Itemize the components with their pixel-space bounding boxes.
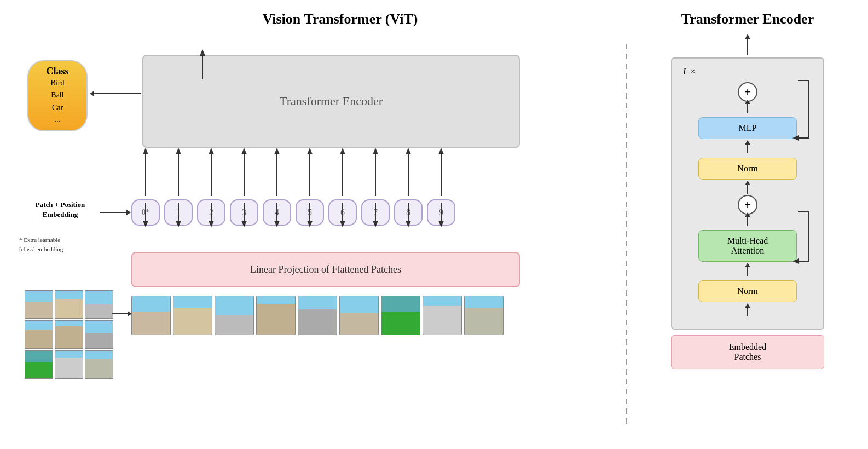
te-arrow-mlp-to-plus bbox=[747, 103, 748, 113]
patch-embed-label: Patch + PositionEmbedding bbox=[25, 200, 96, 220]
main-container: Vision Transformer (ViT) Class BirdBallC… bbox=[0, 0, 868, 449]
svg-marker-1 bbox=[143, 148, 148, 154]
arrow-patch-to-tokens bbox=[100, 212, 128, 213]
svg-marker-11 bbox=[307, 148, 313, 154]
te-title: Transformer Encoder bbox=[644, 11, 852, 27]
token-7: 7 bbox=[361, 199, 390, 226]
te-arrow-input-to-norm2 bbox=[747, 307, 748, 316]
te-diagram: L × bbox=[671, 57, 824, 369]
output-arrow-up bbox=[747, 38, 748, 55]
arrow-orig-to-patches bbox=[112, 313, 129, 314]
top-plus-circle: + bbox=[738, 82, 757, 102]
orig-patch-8 bbox=[55, 350, 83, 379]
orig-patch-5 bbox=[55, 320, 83, 349]
te-mlp-box: MLP bbox=[698, 117, 797, 139]
orig-patch-1 bbox=[25, 290, 53, 319]
token-6: 6 bbox=[328, 199, 357, 226]
token-3: 3 bbox=[230, 199, 258, 226]
class-output-box: Class BirdBallCar... bbox=[27, 60, 88, 131]
svg-marker-5 bbox=[209, 148, 214, 154]
orig-patch-3 bbox=[85, 290, 113, 319]
output-arrow-container bbox=[644, 38, 852, 55]
te-stack: + MLP Norm bbox=[683, 82, 812, 318]
te-norm1-label: Norm bbox=[737, 164, 757, 173]
img-patch-1 bbox=[131, 296, 171, 335]
te-norm1-box: Norm bbox=[698, 158, 797, 180]
token-8: 8 bbox=[394, 199, 423, 226]
te-arrow-attn-up bbox=[747, 216, 748, 226]
svg-marker-3 bbox=[176, 148, 181, 154]
te-attention-label: Multi-HeadAttention bbox=[727, 236, 768, 255]
te-arrow-norm2-to-attn bbox=[747, 266, 748, 276]
te-arrow-plus2-up bbox=[747, 184, 748, 194]
image-patches-row bbox=[131, 296, 504, 335]
te-attention-box: Multi-HeadAttention bbox=[698, 230, 797, 262]
orig-patch-6 bbox=[85, 320, 113, 349]
token-4: 4 bbox=[263, 199, 291, 226]
te-mlp-label: MLP bbox=[739, 123, 757, 133]
te-norm2-box: Norm bbox=[698, 280, 797, 302]
token-0: 0* bbox=[131, 199, 160, 226]
mid-plus-circle: + bbox=[738, 195, 757, 215]
img-patch-7 bbox=[381, 296, 420, 335]
svg-marker-7 bbox=[241, 148, 247, 154]
te-norm2-label: Norm bbox=[737, 286, 757, 296]
mid-plus-symbol: + bbox=[744, 199, 750, 211]
te-arrow-norm2-up bbox=[747, 266, 748, 276]
patch-embed-sublabel: * Extra learnable[class] embedding bbox=[19, 235, 104, 254]
img-patch-6 bbox=[339, 296, 379, 335]
te-arrow-mlp-up bbox=[747, 103, 748, 113]
te-arrow-attn-to-plus bbox=[747, 216, 748, 226]
te-outer-box: L × bbox=[671, 57, 824, 330]
vit-title: Vision Transformer (ViT) bbox=[60, 11, 620, 27]
img-patch-9 bbox=[464, 296, 504, 335]
orig-patch-4 bbox=[25, 320, 53, 349]
embedded-patches-label: EmbeddedPatches bbox=[729, 342, 766, 361]
linear-proj-box: Linear Projection of Flattened Patches bbox=[131, 252, 520, 287]
te-arrow-plus2-to-norm1 bbox=[747, 184, 748, 194]
transformer-encoder-main-label: Transformer Encoder bbox=[280, 94, 383, 108]
token-2: 2 bbox=[197, 199, 225, 226]
vit-section: Vision Transformer (ViT) Class BirdBallC… bbox=[16, 11, 620, 422]
tokens-row: 0* 1 2 3 4 5 6 7 8 9 bbox=[131, 199, 455, 226]
token-5: 5 bbox=[296, 199, 324, 226]
linear-proj-label: Linear Projection of Flattened Patches bbox=[250, 264, 401, 275]
img-patch-5 bbox=[298, 296, 337, 335]
svg-marker-19 bbox=[438, 148, 444, 154]
top-plus-symbol: + bbox=[744, 86, 750, 99]
svg-marker-13 bbox=[340, 148, 345, 154]
orig-patch-7 bbox=[25, 350, 53, 379]
vit-diagram: Class BirdBallCar... MLPHead Transformer… bbox=[16, 38, 620, 422]
token-9: 9 bbox=[427, 199, 455, 226]
img-patch-3 bbox=[215, 296, 254, 335]
arrow-mlp-to-class bbox=[93, 93, 141, 94]
img-patch-8 bbox=[423, 296, 462, 335]
class-label: Class bbox=[46, 66, 68, 77]
te-arrow-norm1-to-mlp bbox=[747, 143, 748, 153]
embedded-patches-box: EmbeddedPatches bbox=[671, 335, 824, 369]
token-1: 1 bbox=[164, 199, 193, 226]
orig-patch-2 bbox=[55, 290, 83, 319]
img-patch-4 bbox=[256, 296, 296, 335]
te-arrow-input-up bbox=[747, 307, 748, 316]
orig-patch-9 bbox=[85, 350, 113, 379]
lx-label: L × bbox=[683, 67, 812, 77]
svg-marker-9 bbox=[274, 148, 280, 154]
patch-embed-strong: Patch + PositionEmbedding bbox=[36, 200, 85, 218]
svg-marker-15 bbox=[373, 148, 378, 154]
class-items: BirdBallCar... bbox=[51, 77, 65, 126]
te-arrow-norm1-up bbox=[747, 143, 748, 153]
transformer-encoder-section: Transformer Encoder L × bbox=[633, 11, 852, 369]
transformer-encoder-main-box: Transformer Encoder bbox=[142, 55, 520, 148]
original-image-grid bbox=[25, 290, 113, 379]
img-patch-2 bbox=[173, 296, 212, 335]
svg-marker-17 bbox=[406, 148, 411, 154]
dashed-divider bbox=[626, 44, 627, 427]
